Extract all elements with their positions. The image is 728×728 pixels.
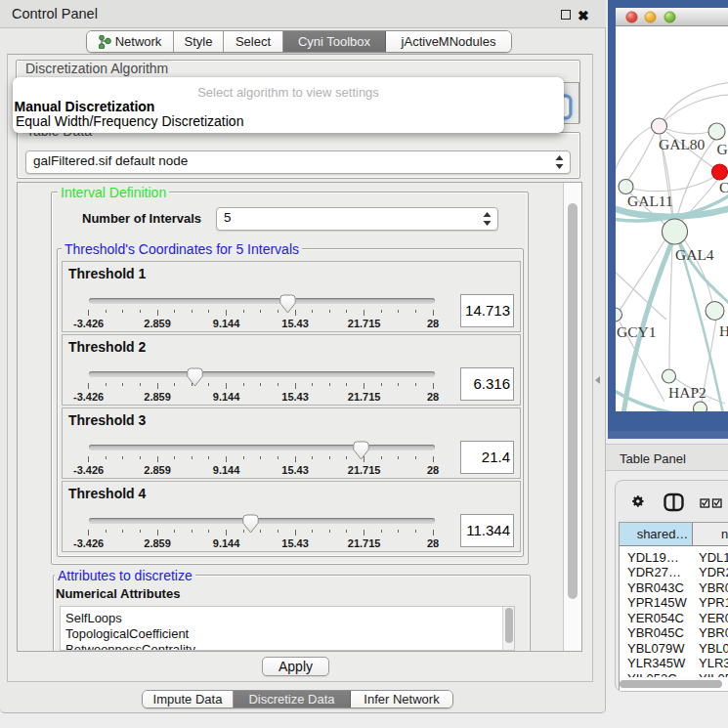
svg-text:HAP2: HAP2: [668, 384, 707, 401]
svg-text:C: C: [719, 179, 728, 195]
svg-text:H: H: [719, 322, 728, 339]
svg-text:GCY1: GCY1: [617, 323, 656, 340]
svg-text:GAL4: GAL4: [675, 246, 714, 263]
svg-text:GAL11: GAL11: [627, 193, 673, 209]
svg-text:GAL7: GAL7: [717, 141, 728, 157]
svg-text:GAL80: GAL80: [659, 136, 706, 152]
